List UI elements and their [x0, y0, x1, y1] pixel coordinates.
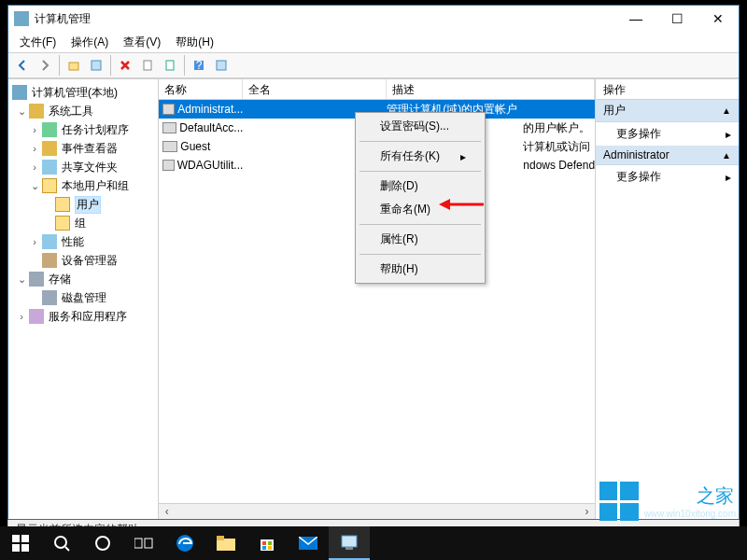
- collapse-icon[interactable]: ⌄: [16, 273, 27, 286]
- svg-rect-24: [268, 546, 272, 550]
- menu-view[interactable]: 查看(V): [118, 33, 166, 52]
- expand-icon[interactable]: ›: [29, 143, 40, 154]
- minimize-button[interactable]: —: [615, 6, 656, 32]
- tree-disk-management[interactable]: 磁盘管理: [8, 288, 158, 307]
- actions-group-admin[interactable]: Administrator▲: [596, 146, 739, 165]
- tree-services[interactable]: ›服务和应用程序: [8, 307, 158, 326]
- tree-device-manager[interactable]: 设备管理器: [8, 251, 158, 270]
- action-more-admin[interactable]: 更多操作▸: [596, 165, 739, 189]
- menu-help[interactable]: 帮助(H): [170, 33, 219, 52]
- store-icon[interactable]: [247, 526, 288, 560]
- taskbar: [0, 526, 747, 560]
- task-view-button[interactable]: [123, 526, 164, 560]
- app-icon: [14, 11, 29, 26]
- mail-icon[interactable]: [288, 526, 329, 560]
- start-button[interactable]: [0, 526, 41, 560]
- menubar: 文件(F) 操作(A) 查看(V) 帮助(H): [8, 32, 739, 52]
- compmgmt-taskbar-icon[interactable]: [329, 526, 370, 560]
- col-desc[interactable]: 描述: [387, 79, 595, 99]
- collapse-icon[interactable]: ⌄: [16, 105, 27, 118]
- tree-task-scheduler[interactable]: ›任务计划程序: [8, 120, 158, 139]
- toolbar-separator: [110, 55, 111, 76]
- toolbar-separator: [59, 55, 60, 76]
- svg-point-12: [55, 537, 66, 548]
- cortana-button[interactable]: [82, 526, 123, 560]
- tree-system-tools[interactable]: ⌄系统工具: [8, 102, 158, 120]
- user-icon: [162, 104, 175, 115]
- chevron-right-icon: ▸: [726, 171, 731, 184]
- col-fullname[interactable]: 全名: [243, 79, 387, 99]
- maximize-button[interactable]: ☐: [656, 6, 698, 32]
- user-icon: [162, 141, 177, 152]
- ctx-all-tasks[interactable]: 所有任务(K)▸: [358, 145, 483, 168]
- delete-button[interactable]: [115, 55, 135, 76]
- window-controls: — ☐ ✕: [615, 6, 739, 32]
- svg-text:?: ?: [196, 59, 203, 72]
- scroll-right-button[interactable]: ›: [579, 504, 595, 519]
- svg-rect-15: [134, 539, 142, 548]
- svg-rect-3: [166, 61, 174, 70]
- tree-groups[interactable]: 组: [8, 214, 158, 232]
- tree-shared-folders[interactable]: ›共享文件夹: [8, 158, 158, 176]
- refresh-button[interactable]: [137, 55, 158, 76]
- tree-local-users[interactable]: ⌄本地用户和组: [8, 176, 158, 195]
- explorer-icon[interactable]: [205, 526, 247, 560]
- tree-pane[interactable]: 计算机管理(本地) ⌄系统工具 ›任务计划程序 ›事件查看器 ›共享文件夹 ⌄本…: [8, 79, 159, 519]
- svg-rect-27: [345, 547, 353, 550]
- action-more-users[interactable]: 更多操作▸: [596, 122, 739, 146]
- expand-icon[interactable]: ›: [29, 124, 40, 135]
- svg-point-14: [96, 537, 109, 550]
- svg-rect-11: [21, 544, 29, 552]
- svg-rect-21: [262, 541, 266, 545]
- menu-file[interactable]: 文件(F): [14, 33, 62, 52]
- search-button[interactable]: [41, 526, 82, 560]
- tree-root[interactable]: 计算机管理(本地): [8, 83, 158, 102]
- properties-button[interactable]: [86, 55, 106, 76]
- collapse-icon: ▲: [722, 150, 731, 161]
- col-name[interactable]: 名称: [159, 79, 243, 99]
- actions-title: 操作: [596, 79, 739, 100]
- tree-event-viewer[interactable]: ›事件查看器: [8, 139, 158, 158]
- view-button[interactable]: [211, 55, 232, 76]
- edge-icon[interactable]: [164, 526, 205, 560]
- actions-group-users[interactable]: 用户▲: [596, 100, 739, 122]
- tree-storage[interactable]: ⌄存储: [8, 270, 158, 288]
- watermark: Win10之家 www.win10xitong.com: [599, 482, 736, 521]
- svg-rect-10: [12, 544, 20, 552]
- back-button[interactable]: [12, 55, 33, 76]
- user-icon: [162, 122, 176, 133]
- user-icon: [162, 160, 174, 171]
- chevron-right-icon: ▸: [726, 128, 731, 141]
- scroll-left-button[interactable]: ‹: [159, 504, 175, 519]
- svg-rect-16: [145, 539, 152, 548]
- ctx-set-password[interactable]: 设置密码(S)...: [358, 115, 483, 138]
- window-title: 计算机管理: [35, 11, 615, 27]
- scroll-track[interactable]: [175, 504, 579, 519]
- list-header: 名称 全名 描述: [159, 79, 595, 100]
- export-button[interactable]: [160, 55, 180, 76]
- svg-rect-2: [144, 61, 151, 70]
- expand-icon[interactable]: ›: [29, 236, 40, 247]
- svg-rect-19: [217, 536, 224, 540]
- ctx-separator: [359, 141, 481, 142]
- ctx-separator: [359, 224, 481, 225]
- ctx-separator: [359, 171, 481, 172]
- svg-rect-0: [69, 63, 78, 70]
- ctx-help[interactable]: 帮助(H): [358, 258, 483, 281]
- forward-button[interactable]: [35, 55, 55, 76]
- svg-rect-6: [217, 61, 226, 70]
- ctx-properties[interactable]: 属性(R): [358, 228, 483, 251]
- help-button[interactable]: ?: [189, 55, 209, 76]
- menu-action[interactable]: 操作(A): [65, 33, 114, 52]
- expand-icon[interactable]: ›: [29, 161, 40, 173]
- tree-performance[interactable]: ›性能: [8, 232, 158, 251]
- expand-icon[interactable]: ›: [16, 311, 27, 322]
- ctx-separator: [359, 254, 481, 255]
- svg-rect-8: [12, 535, 20, 542]
- svg-rect-9: [21, 535, 29, 542]
- collapse-icon[interactable]: ⌄: [29, 180, 40, 192]
- close-button[interactable]: ✕: [698, 6, 739, 32]
- tree-users[interactable]: 用户: [8, 195, 158, 214]
- up-button[interactable]: [63, 55, 84, 76]
- horizontal-scrollbar[interactable]: ‹ ›: [159, 503, 595, 519]
